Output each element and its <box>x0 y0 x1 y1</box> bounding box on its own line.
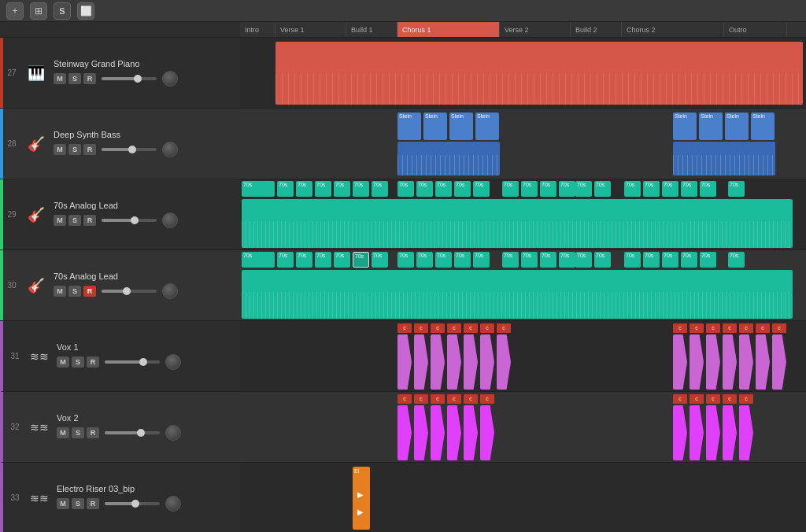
clip-31-c2-label-f[interactable]: c <box>756 323 770 333</box>
clip-30-c2c[interactable]: 70s <box>662 252 678 268</box>
clip-31-c2-label-b[interactable]: c <box>690 323 704 333</box>
clip-33-riser[interactable]: El ▶ ▶ <box>353 467 370 530</box>
volume-slider-32[interactable] <box>105 431 160 434</box>
clip-28-c1b[interactable]: Stein <box>423 113 447 140</box>
clip-30-c1a[interactable]: 70s <box>397 252 414 268</box>
rec-btn-28[interactable]: R <box>83 144 96 155</box>
mute-btn-27[interactable]: M <box>54 73 66 84</box>
clip-30-v2b[interactable]: 70s <box>521 252 538 268</box>
solo-btn-30[interactable]: S <box>68 286 81 297</box>
clip-30-b2a[interactable]: 70s <box>575 252 592 268</box>
clip-29-v1a[interactable]: 70s <box>277 181 294 197</box>
clip-28-c2b[interactable]: Stein <box>699 113 723 140</box>
clip-31-vc1g[interactable] <box>497 334 511 390</box>
clip-30-v1b[interactable]: 70s <box>296 252 312 268</box>
clip-29-b1a[interactable]: 70s <box>353 181 369 197</box>
clip-31-c2-label-a[interactable]: c <box>673 323 687 333</box>
mute-btn-29[interactable]: M <box>54 215 66 226</box>
clip-31-vc1f[interactable] <box>480 334 494 390</box>
clip-31-c2-label-e[interactable]: c <box>739 323 753 333</box>
clip-29-v1c[interactable]: 70s <box>315 181 331 197</box>
clip-31-c1-label-b[interactable]: c <box>414 323 428 333</box>
clip-29-full[interactable] <box>242 199 793 248</box>
clip-29-v1d[interactable]: 70s <box>334 181 350 197</box>
clip-30-c2a[interactable]: 70s <box>624 252 641 268</box>
clip-27-main[interactable] <box>275 42 803 105</box>
clip-31-c1-label-c[interactable]: c <box>431 323 445 333</box>
volume-slider-28[interactable] <box>102 148 157 151</box>
clip-29-out[interactable]: 70s <box>728 181 745 197</box>
clip-32-vc1b[interactable] <box>414 405 428 460</box>
volume-slider-33[interactable] <box>105 502 160 505</box>
clip-30-c1b[interactable]: 70s <box>416 252 433 268</box>
s-button[interactable]: S <box>54 2 71 20</box>
clip-29-c2a[interactable]: 70s <box>624 181 641 197</box>
clip-30-c1c[interactable]: 70s <box>435 252 452 268</box>
clip-32-c1-label-e[interactable]: c <box>464 394 478 404</box>
clip-32-c1-label-c[interactable]: c <box>431 394 445 404</box>
mute-btn-31[interactable]: M <box>57 357 69 368</box>
solo-btn-29[interactable]: S <box>68 215 81 226</box>
solo-btn-32[interactable]: S <box>72 427 84 438</box>
clip-32-vc2a[interactable] <box>673 405 687 460</box>
rec-btn-27[interactable]: R <box>83 73 96 84</box>
clip-31-c1-label-d[interactable]: c <box>447 323 461 333</box>
clip-28-chorus2-main[interactable] <box>673 142 775 175</box>
clip-30-v1d[interactable]: 70s <box>334 252 350 268</box>
volume-slider-31[interactable] <box>105 360 160 364</box>
volume-slider-30[interactable] <box>102 290 157 293</box>
clip-32-vc2d[interactable] <box>723 405 737 460</box>
clip-32-c2-label-d[interactable]: c <box>723 394 737 404</box>
solo-btn-28[interactable]: S <box>68 144 81 155</box>
clip-31-c1-label-f[interactable]: c <box>480 323 494 333</box>
volume-slider-29[interactable] <box>102 219 157 222</box>
clip-30-b1b[interactable]: 70s <box>372 252 388 268</box>
clip-29-v2b[interactable]: 70s <box>521 181 538 197</box>
pan-knob-33[interactable] <box>165 496 181 512</box>
clip-32-c1-label-f[interactable]: c <box>480 394 494 404</box>
clip-31-vc2e[interactable] <box>739 334 753 390</box>
mute-btn-30[interactable]: M <box>54 286 66 297</box>
clip-31-c1-label-g[interactable]: c <box>497 323 511 333</box>
clip-32-c1-label-a[interactable]: c <box>397 394 412 404</box>
pan-knob-32[interactable] <box>165 425 181 441</box>
clip-28-c1a[interactable]: Stein <box>397 113 421 140</box>
clip-30-v2c[interactable]: 70s <box>540 252 556 268</box>
clip-29-v2a[interactable]: 70s <box>502 181 519 197</box>
clip-29-c2b[interactable]: 70s <box>643 181 660 197</box>
clip-29-c1b[interactable]: 70s <box>416 181 433 197</box>
clip-28-c2d[interactable]: Stein <box>751 113 775 140</box>
clip-30-full[interactable] <box>242 270 793 319</box>
solo-btn-31[interactable]: S <box>72 357 84 368</box>
clip-28-c2c[interactable]: Stein <box>725 113 749 140</box>
clip-30-out[interactable]: 70s <box>728 252 745 268</box>
clip-32-vc1f[interactable] <box>480 405 494 460</box>
clip-29-c1a[interactable]: 70s <box>397 181 414 197</box>
clip-31-vc1d[interactable] <box>447 334 461 390</box>
clip-29-v2c[interactable]: 70s <box>540 181 556 197</box>
volume-slider-27[interactable] <box>102 77 157 80</box>
clip-31-vc1e[interactable] <box>464 334 478 390</box>
clip-30-v2a[interactable]: 70s <box>502 252 519 268</box>
clip-30-v1a[interactable]: 70s <box>277 252 294 268</box>
clip-30-v2d[interactable]: 70s <box>559 252 575 268</box>
clip-32-c2-label-a[interactable]: c <box>673 394 687 404</box>
clip-31-vc2b[interactable] <box>690 334 704 390</box>
rec-btn-32[interactable]: R <box>87 427 99 438</box>
clip-32-c2-label-b[interactable]: c <box>690 394 704 404</box>
clip-29-b2a[interactable]: 70s <box>575 181 592 197</box>
mute-btn-33[interactable]: M <box>57 498 69 509</box>
clip-30-b1-highlight[interactable]: 70s <box>353 252 369 268</box>
clip-32-vc2e[interactable] <box>739 405 753 460</box>
pan-knob-31[interactable] <box>165 354 181 370</box>
pan-knob-30[interactable] <box>162 283 178 299</box>
rec-btn-30[interactable]: R <box>83 286 96 297</box>
rec-btn-33[interactable]: R <box>87 498 99 509</box>
clip-30-c1d[interactable]: 70s <box>454 252 471 268</box>
clip-32-c2-label-e[interactable]: c <box>739 394 753 404</box>
rec-btn-29[interactable]: R <box>83 215 96 226</box>
clip-31-c2-label-d[interactable]: c <box>723 323 737 333</box>
clip-31-c2-label-g[interactable]: c <box>772 323 786 333</box>
clip-32-vc2c[interactable] <box>706 405 720 460</box>
clip-30-c2e[interactable]: 70s <box>700 252 716 268</box>
